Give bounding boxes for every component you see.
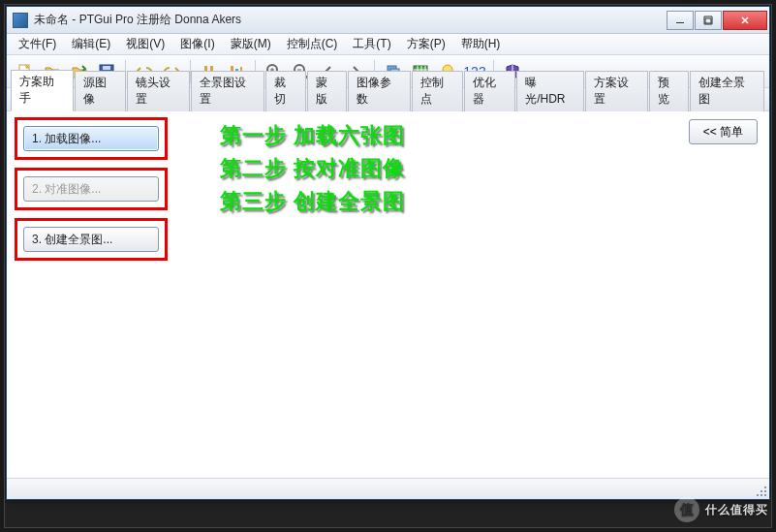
menu-1[interactable]: 编辑(E) (64, 34, 118, 54)
window-controls (666, 11, 767, 30)
titlebar: 未命名 - PTGui Pro 注册给 Donna Akers (7, 7, 769, 34)
watermark-text: 什么值得买 (705, 502, 768, 518)
tab-8[interactable]: 优化器 (464, 71, 515, 111)
menu-0[interactable]: 文件(F) (11, 34, 64, 54)
close-button[interactable] (723, 11, 767, 30)
menu-5[interactable]: 控制点(C) (279, 34, 346, 54)
tab-5[interactable]: 蒙版 (307, 71, 347, 111)
resize-grip-icon[interactable] (754, 484, 767, 497)
menu-3[interactable]: 图像(I) (172, 34, 222, 54)
tab-9[interactable]: 曝光/HDR (516, 71, 584, 111)
tab-1[interactable]: 源图像 (75, 71, 126, 111)
tabbar: 方案助手源图像镜头设置全景图设置裁切蒙版图像参数控制点优化器曝光/HDR方案设置… (7, 88, 769, 111)
annotation-overlay: 第一步 加载六张图 第二步 按对准图像 第三步 创建全景图 (220, 119, 405, 218)
tab-4[interactable]: 裁切 (265, 71, 305, 111)
tab-6[interactable]: 图像参数 (348, 71, 411, 111)
menu-8[interactable]: 帮助(H) (453, 34, 509, 54)
simple-mode-button[interactable]: << 简单 (689, 119, 758, 144)
statusbar (7, 478, 769, 499)
maximize-button[interactable] (695, 11, 722, 30)
step-button-1[interactable]: 1. 加载图像... (23, 126, 159, 151)
menubar: 文件(F)编辑(E)视图(V)图像(I)蒙版(M)控制点(C)工具(T)方案(P… (7, 34, 769, 55)
app-icon (13, 13, 28, 28)
step-button-2: 2. 对准图像... (23, 176, 159, 202)
menu-6[interactable]: 工具(T) (345, 34, 398, 54)
tab-2[interactable]: 镜头设置 (127, 71, 190, 111)
tab-3[interactable]: 全景图设置 (191, 71, 265, 111)
tab-10[interactable]: 方案设置 (585, 71, 648, 111)
tab-0[interactable]: 方案助手 (11, 70, 74, 111)
tab-7[interactable]: 控制点 (412, 71, 463, 111)
content-area: 1. 加载图像...2. 对准图像...3. 创建全景图... 第一步 加载六张… (7, 111, 769, 478)
step-button-3[interactable]: 3. 创建全景图... (23, 227, 159, 252)
project-assistant-steps: 1. 加载图像...2. 对准图像...3. 创建全景图... (15, 117, 168, 268)
tab-11[interactable]: 预览 (649, 71, 689, 111)
step-highlight-3: 3. 创建全景图... (15, 218, 168, 261)
minimize-button[interactable] (667, 11, 694, 30)
watermark: 值 什么值得买 (674, 497, 768, 522)
watermark-thumb-icon: 值 (674, 497, 699, 522)
step-highlight-2: 2. 对准图像... (15, 168, 168, 210)
window-title: 未命名 - PTGui Pro 注册给 Donna Akers (34, 12, 666, 28)
menu-4[interactable]: 蒙版(M) (223, 34, 279, 54)
step-highlight-1: 1. 加载图像... (15, 117, 168, 160)
menu-7[interactable]: 方案(P) (399, 34, 453, 54)
menu-2[interactable]: 视图(V) (118, 34, 172, 54)
tab-12[interactable]: 创建全景图 (690, 71, 764, 111)
svg-rect-3 (103, 66, 110, 70)
app-window: 未命名 - PTGui Pro 注册给 Donna Akers 文件(F)编辑(… (6, 6, 770, 500)
